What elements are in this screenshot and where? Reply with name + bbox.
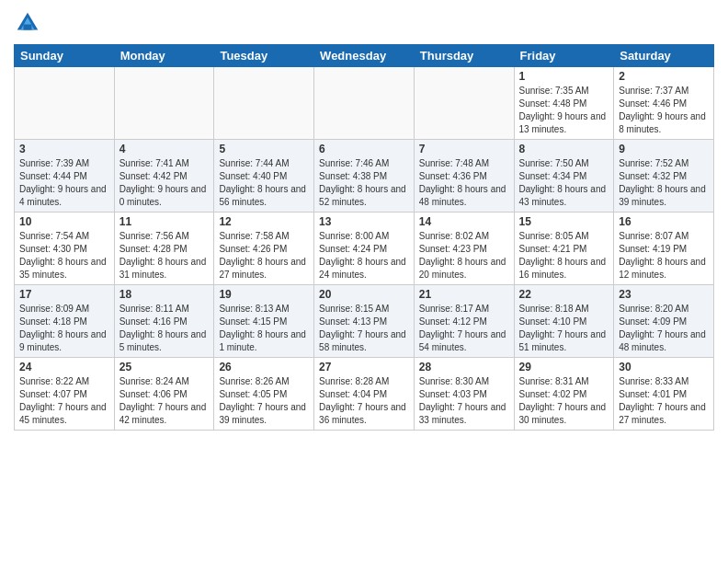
day-number: 13	[319, 215, 409, 228]
calendar-day-cell: 8 Sunrise: 7:50 AMSunset: 4:34 PMDayligh…	[514, 140, 614, 213]
calendar-day-cell: 30 Sunrise: 8:33 AMSunset: 4:01 PMDaylig…	[614, 358, 714, 431]
day-info: Sunrise: 8:33 AMSunset: 4:01 PMDaylight:…	[619, 376, 706, 425]
calendar-day-cell: 20 Sunrise: 8:15 AMSunset: 4:13 PMDaylig…	[314, 285, 415, 358]
day-number: 4	[119, 143, 210, 155]
calendar-week-row: 17 Sunrise: 8:09 AMSunset: 4:18 PMDaylig…	[15, 285, 714, 358]
calendar-day-cell: 16 Sunrise: 8:07 AMSunset: 4:19 PMDaylig…	[614, 213, 714, 285]
page-container: SundayMondayTuesdayWednesdayThursdayFrid…	[0, 0, 728, 563]
calendar-day-cell: 3 Sunrise: 7:39 AMSunset: 4:44 PMDayligh…	[15, 140, 115, 213]
calendar-day-cell: 22 Sunrise: 8:18 AMSunset: 4:10 PMDaylig…	[514, 285, 614, 358]
calendar-day-cell: 1 Sunrise: 7:35 AMSunset: 4:48 PMDayligh…	[514, 67, 614, 140]
day-number: 3	[19, 143, 109, 155]
day-number: 26	[219, 361, 309, 373]
day-number: 30	[619, 361, 709, 373]
day-info: Sunrise: 8:31 AMSunset: 4:02 PMDaylight:…	[519, 376, 607, 425]
day-info: Sunrise: 7:50 AMSunset: 4:34 PMDaylight:…	[519, 158, 607, 207]
calendar-day-cell: 15 Sunrise: 8:05 AMSunset: 4:21 PMDaylig…	[514, 213, 614, 285]
day-number: 25	[119, 361, 210, 373]
calendar-week-row: 3 Sunrise: 7:39 AMSunset: 4:44 PMDayligh…	[15, 140, 714, 213]
day-info: Sunrise: 7:54 AMSunset: 4:30 PMDaylight:…	[19, 231, 107, 280]
calendar-day-cell	[114, 67, 214, 140]
day-info: Sunrise: 8:13 AMSunset: 4:15 PMDaylight:…	[219, 304, 306, 352]
calendar-day-cell: 23 Sunrise: 8:20 AMSunset: 4:09 PMDaylig…	[614, 285, 714, 358]
calendar-day-cell: 14 Sunrise: 8:02 AMSunset: 4:23 PMDaylig…	[414, 213, 514, 285]
day-number: 21	[419, 288, 509, 301]
day-number: 29	[519, 361, 609, 373]
calendar-day-cell: 25 Sunrise: 8:24 AMSunset: 4:06 PMDaylig…	[114, 358, 214, 431]
calendar-day-cell: 11 Sunrise: 7:56 AMSunset: 4:28 PMDaylig…	[114, 213, 214, 285]
day-number: 16	[619, 215, 709, 228]
day-info: Sunrise: 8:26 AMSunset: 4:05 PMDaylight:…	[219, 376, 306, 425]
day-info: Sunrise: 8:24 AMSunset: 4:06 PMDaylight:…	[119, 376, 207, 425]
calendar-day-cell: 6 Sunrise: 7:46 AMSunset: 4:38 PMDayligh…	[314, 140, 415, 213]
day-number: 27	[319, 361, 409, 373]
calendar-day-cell: 9 Sunrise: 7:52 AMSunset: 4:32 PMDayligh…	[614, 140, 714, 213]
weekday-header-row: SundayMondayTuesdayWednesdayThursdayFrid…	[15, 45, 714, 67]
day-info: Sunrise: 8:15 AMSunset: 4:13 PMDaylight:…	[319, 304, 406, 352]
day-info: Sunrise: 8:07 AMSunset: 4:19 PMDaylight:…	[619, 231, 706, 280]
day-info: Sunrise: 8:09 AMSunset: 4:18 PMDaylight:…	[19, 304, 107, 352]
calendar-day-cell: 18 Sunrise: 8:11 AMSunset: 4:16 PMDaylig…	[114, 285, 214, 358]
day-info: Sunrise: 8:11 AMSunset: 4:16 PMDaylight:…	[119, 304, 207, 352]
calendar-day-cell	[414, 67, 514, 140]
day-number: 20	[319, 288, 409, 301]
calendar-day-cell: 5 Sunrise: 7:44 AMSunset: 4:40 PMDayligh…	[214, 140, 314, 213]
calendar-day-cell	[214, 67, 314, 140]
weekday-header: Sunday	[15, 45, 115, 67]
calendar-day-cell: 28 Sunrise: 8:30 AMSunset: 4:03 PMDaylig…	[414, 358, 514, 431]
day-number: 8	[519, 143, 609, 155]
day-number: 23	[619, 288, 709, 301]
day-info: Sunrise: 7:56 AMSunset: 4:28 PMDaylight:…	[119, 231, 207, 280]
svg-rect-2	[24, 25, 32, 30]
day-info: Sunrise: 8:05 AMSunset: 4:21 PMDaylight:…	[519, 231, 607, 280]
day-number: 15	[519, 215, 609, 228]
day-info: Sunrise: 7:46 AMSunset: 4:38 PMDaylight:…	[319, 158, 406, 207]
day-info: Sunrise: 8:28 AMSunset: 4:04 PMDaylight:…	[319, 376, 406, 425]
header	[14, 9, 714, 37]
day-info: Sunrise: 7:37 AMSunset: 4:46 PMDaylight:…	[619, 86, 706, 134]
day-number: 19	[219, 288, 309, 301]
day-number: 12	[219, 215, 309, 228]
day-number: 28	[419, 361, 509, 373]
day-number: 2	[619, 70, 709, 83]
day-info: Sunrise: 8:02 AMSunset: 4:23 PMDaylight:…	[419, 231, 506, 280]
day-info: Sunrise: 8:17 AMSunset: 4:12 PMDaylight:…	[419, 304, 506, 352]
day-info: Sunrise: 7:35 AMSunset: 4:48 PMDaylight:…	[519, 86, 607, 134]
weekday-header: Tuesday	[214, 45, 314, 67]
calendar-day-cell: 4 Sunrise: 7:41 AMSunset: 4:42 PMDayligh…	[114, 140, 214, 213]
weekday-header: Friday	[514, 45, 614, 67]
day-number: 10	[19, 215, 109, 228]
weekday-header: Thursday	[414, 45, 514, 67]
day-number: 6	[319, 143, 409, 155]
day-number: 22	[519, 288, 609, 301]
calendar-day-cell: 27 Sunrise: 8:28 AMSunset: 4:04 PMDaylig…	[314, 358, 415, 431]
calendar-day-cell: 13 Sunrise: 8:00 AMSunset: 4:24 PMDaylig…	[314, 213, 415, 285]
day-info: Sunrise: 8:30 AMSunset: 4:03 PMDaylight:…	[419, 376, 506, 425]
day-info: Sunrise: 7:48 AMSunset: 4:36 PMDaylight:…	[419, 158, 506, 207]
calendar-day-cell: 24 Sunrise: 8:22 AMSunset: 4:07 PMDaylig…	[15, 358, 115, 431]
logo-icon	[14, 9, 41, 37]
calendar-day-cell: 26 Sunrise: 8:26 AMSunset: 4:05 PMDaylig…	[214, 358, 314, 431]
day-info: Sunrise: 7:58 AMSunset: 4:26 PMDaylight:…	[219, 231, 306, 280]
weekday-header: Monday	[114, 45, 214, 67]
calendar-week-row: 10 Sunrise: 7:54 AMSunset: 4:30 PMDaylig…	[15, 213, 714, 285]
calendar-day-cell	[314, 67, 415, 140]
calendar-week-row: 24 Sunrise: 8:22 AMSunset: 4:07 PMDaylig…	[15, 358, 714, 431]
calendar-day-cell: 7 Sunrise: 7:48 AMSunset: 4:36 PMDayligh…	[414, 140, 514, 213]
day-number: 1	[519, 70, 609, 83]
day-number: 9	[619, 143, 709, 155]
calendar-day-cell: 21 Sunrise: 8:17 AMSunset: 4:12 PMDaylig…	[414, 285, 514, 358]
calendar-day-cell: 19 Sunrise: 8:13 AMSunset: 4:15 PMDaylig…	[214, 285, 314, 358]
day-number: 24	[19, 361, 109, 373]
day-info: Sunrise: 7:44 AMSunset: 4:40 PMDaylight:…	[219, 158, 306, 207]
day-number: 11	[119, 215, 210, 228]
calendar-day-cell: 17 Sunrise: 8:09 AMSunset: 4:18 PMDaylig…	[15, 285, 115, 358]
day-info: Sunrise: 8:00 AMSunset: 4:24 PMDaylight:…	[319, 231, 406, 280]
day-info: Sunrise: 8:22 AMSunset: 4:07 PMDaylight:…	[19, 376, 107, 425]
calendar-day-cell: 10 Sunrise: 7:54 AMSunset: 4:30 PMDaylig…	[15, 213, 115, 285]
day-number: 7	[419, 143, 509, 155]
day-info: Sunrise: 7:39 AMSunset: 4:44 PMDaylight:…	[19, 158, 107, 207]
day-number: 14	[419, 215, 509, 228]
calendar-table: SundayMondayTuesdayWednesdayThursdayFrid…	[14, 44, 714, 431]
calendar-day-cell	[15, 67, 115, 140]
